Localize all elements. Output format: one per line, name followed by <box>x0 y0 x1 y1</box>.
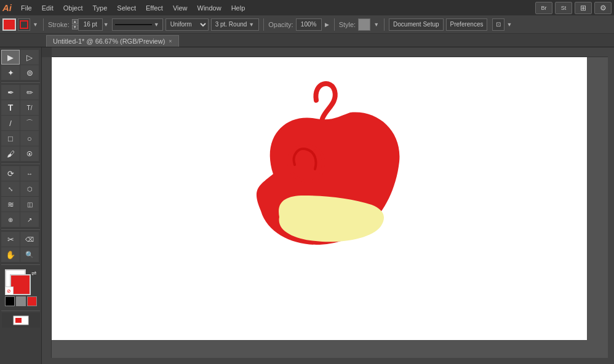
fill-stroke-stack: ⇌ ⊘ <box>5 269 37 295</box>
stroke-line-group: ▼ <box>112 18 163 31</box>
menu-object[interactable]: Object <box>59 3 87 13</box>
document-setup-button[interactable]: Document Setup <box>389 18 444 31</box>
horizontal-scrollbar[interactable] <box>42 358 614 364</box>
symbol-sprayer-tool-btn[interactable]: ⊕ <box>1 212 20 227</box>
arc-tool-btn[interactable]: ⌒ <box>20 116 39 130</box>
ruler-corner <box>42 47 52 57</box>
line-segment-tool-btn[interactable]: / <box>1 116 20 130</box>
stroke-label: Stroke: <box>48 21 70 28</box>
gray-swatch[interactable] <box>16 296 26 306</box>
selection-tool-btn[interactable]: ▶ <box>1 50 20 65</box>
none-color-btn[interactable]: ⊘ <box>5 287 14 295</box>
style-label: Style: <box>339 21 356 28</box>
stroke-value-group: ▲ ▼ ▼ <box>72 18 110 31</box>
app-switcher-icons: Br St ⊞ ⚙ <box>535 2 612 14</box>
reflect-tool-btn[interactable]: ↔ <box>20 166 39 181</box>
navigator-icon[interactable]: ⊡ <box>492 18 504 31</box>
red-swatch[interactable] <box>27 296 37 306</box>
document-tab[interactable]: Untitled-1* @ 66.67% (RGB/Preview) × <box>46 35 179 47</box>
paintbrush-tool-btn[interactable]: 🖌 <box>1 146 20 161</box>
opacity-input[interactable] <box>296 18 322 31</box>
opacity-more[interactable]: ▶ <box>324 22 330 28</box>
tab-title: Untitled-1* @ 66.67% (RGB/Preview) <box>53 38 165 45</box>
ellipse-tool-btn[interactable]: ○ <box>20 131 39 146</box>
app-logo: Ai <box>2 2 12 13</box>
color-area: ⇌ ⊘ <box>2 269 39 306</box>
rotate-tool-btn[interactable]: ⟳ <box>1 166 20 181</box>
pen-tool-btn[interactable]: ✒ <box>1 85 20 100</box>
menu-select[interactable]: Select <box>113 3 140 13</box>
type-tool-btn[interactable]: T <box>1 100 20 115</box>
stroke-line-preview <box>115 24 152 25</box>
eraser-tool-btn[interactable]: ⌫ <box>20 232 39 247</box>
tab-close-btn[interactable]: × <box>169 38 172 44</box>
stroke-line-dropdown[interactable]: ▼ <box>153 22 160 28</box>
lasso-tool-btn[interactable]: ⊚ <box>20 65 39 80</box>
stroke-unit-dropdown[interactable]: ▼ <box>103 22 110 28</box>
divider-1 <box>43 18 44 31</box>
main-area: ▶ ▷ ✦ ⊚ ✒ ✏ T T/ / ⌒ □ ○ 🖌 ⦿ ⟳ <box>0 47 614 364</box>
scissors-tool-btn[interactable]: ✂ <box>1 232 20 247</box>
hand-tool-btn[interactable]: ✋ <box>1 247 20 262</box>
navigator-group: ⊡ ▼ <box>492 18 512 31</box>
menu-edit[interactable]: Edit <box>38 3 58 13</box>
fill-color-btn[interactable] <box>2 18 16 31</box>
left-toolbar: ▶ ▷ ✦ ⊚ ✒ ✏ T T/ / ⌒ □ ○ 🖌 ⦿ ⟳ <box>0 47 42 364</box>
stock-icon[interactable]: St <box>555 2 572 14</box>
stroke-up[interactable]: ▲ <box>72 19 78 24</box>
tab-bar: Untitled-1* @ 66.67% (RGB/Preview) × <box>0 34 614 47</box>
column-graph-tool-btn[interactable]: ↗ <box>20 212 39 227</box>
scale-tool-btn[interactable]: ⤡ <box>1 181 20 196</box>
menu-help[interactable]: Help <box>227 3 250 13</box>
menu-effect[interactable]: Effect <box>142 3 167 13</box>
artboard <box>52 57 587 340</box>
divider-2 <box>263 18 264 31</box>
canvas-area <box>42 47 614 364</box>
warp-tool-btn[interactable]: ≋ <box>1 197 20 212</box>
opacity-label: Opacity: <box>268 21 293 28</box>
menu-window[interactable]: Window <box>193 3 226 13</box>
touch-type-tool-btn[interactable]: T/ <box>20 100 39 115</box>
divider-3 <box>334 18 335 31</box>
menu-view[interactable]: View <box>169 3 192 13</box>
add-anchor-tool-btn[interactable]: ✏ <box>20 85 39 100</box>
svg-rect-1 <box>15 318 22 323</box>
magic-wand-tool-btn[interactable]: ✦ <box>1 65 20 80</box>
shear-tool-btn[interactable]: ⬡ <box>20 181 39 196</box>
stroke-type-select[interactable]: Uniform <box>165 18 209 31</box>
stroke-cap-group: 3 pt. Round ▼ <box>211 18 260 31</box>
stomach-illustration <box>236 76 409 285</box>
stroke-width-input[interactable] <box>78 18 103 31</box>
vertical-ruler <box>42 57 52 364</box>
menu-bar: Ai File Edit Object Type Select Effect V… <box>0 0 614 15</box>
settings-icon[interactable]: ⚙ <box>594 2 612 14</box>
style-swatch[interactable] <box>358 18 370 31</box>
rect-tool-btn[interactable]: □ <box>1 131 20 146</box>
vertical-scrollbar[interactable] <box>608 47 614 358</box>
style-dropdown[interactable]: ▼ <box>373 22 380 28</box>
preferences-button[interactable]: Preferences <box>446 18 488 31</box>
selection-section: ▼ <box>2 18 39 31</box>
blob-brush-tool-btn[interactable]: ⦿ <box>20 146 39 161</box>
stroke-spinner[interactable]: ▲ ▼ <box>72 19 78 30</box>
direct-selection-tool-btn[interactable]: ▷ <box>20 50 39 65</box>
toolbar: ▼ Stroke: ▲ ▼ ▼ ▼ Uniform 3 pt. Round ▼ … <box>0 15 614 34</box>
stroke-cap-label: 3 pt. Round <box>215 21 247 28</box>
menu-file[interactable]: File <box>17 3 36 13</box>
stroke-cap-dropdown[interactable]: ▼ <box>248 22 255 28</box>
small-swatches <box>5 296 37 306</box>
divider-4 <box>384 18 385 31</box>
swap-colors-btn[interactable]: ⇌ <box>31 269 37 277</box>
stroke-down[interactable]: ▼ <box>72 25 78 30</box>
grid-icon[interactable]: ⊞ <box>575 2 592 14</box>
stroke-selector[interactable] <box>18 18 30 31</box>
navigator-dropdown[interactable]: ▼ <box>506 22 512 28</box>
drawing-mode-btn[interactable] <box>2 313 40 328</box>
selection-dropdown[interactable]: ▼ <box>32 22 39 28</box>
menu-type[interactable]: Type <box>89 3 112 13</box>
horizontal-ruler <box>52 47 614 57</box>
zoom-tool-btn[interactable]: 🔍 <box>20 247 39 262</box>
black-swatch[interactable] <box>5 296 15 306</box>
bridge-icon[interactable]: Br <box>535 2 552 14</box>
free-transform-tool-btn[interactable]: ◫ <box>20 197 39 212</box>
